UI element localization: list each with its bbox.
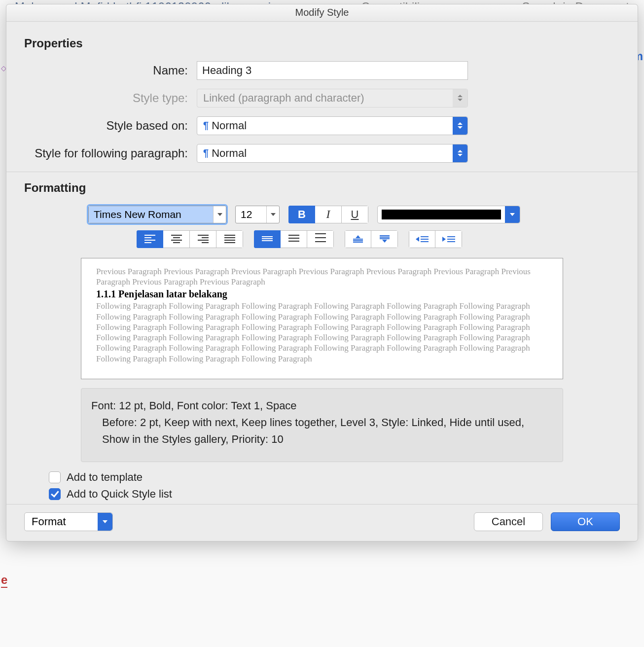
color-swatch: [382, 210, 501, 219]
stepper-icon[interactable]: [453, 117, 467, 135]
following-select[interactable]: ¶ Normal: [197, 144, 468, 163]
preview-prev-text: Previous Paragraph Previous Paragraph Pr…: [96, 266, 548, 288]
font-color-select[interactable]: [377, 206, 520, 223]
chevron-down-icon[interactable]: [98, 513, 112, 531]
align-justify-button[interactable]: [216, 230, 243, 248]
font-family-combo[interactable]: Times New Roman: [88, 206, 226, 223]
underline-button[interactable]: U: [342, 206, 368, 223]
chevron-down-icon[interactable]: [213, 206, 226, 223]
desc-line-2: Before: 2 pt, Keep with next, Keep lines…: [91, 414, 553, 448]
based-on-select[interactable]: ¶ Normal: [197, 116, 468, 135]
biu-group: B I U: [288, 206, 368, 223]
style-type-select: Linked (paragraph and character): [197, 89, 468, 108]
format-button-label: Format: [32, 515, 66, 528]
bold-button[interactable]: B: [288, 206, 315, 223]
font-size-value: 12: [236, 209, 266, 220]
align-left-button[interactable]: [137, 230, 163, 248]
ok-button[interactable]: OK: [551, 512, 620, 531]
preview-next-text: Following Paragraph Following Paragraph …: [96, 301, 548, 364]
based-on-value: Normal: [212, 119, 247, 132]
increase-indent-button[interactable]: [435, 230, 462, 248]
divider: [6, 172, 638, 172]
font-size-combo[interactable]: 12: [235, 206, 280, 223]
space-after-button[interactable]: [371, 230, 398, 248]
label-following: Style for following paragraph:: [24, 146, 197, 160]
bg-cut-e: e: [1, 573, 7, 588]
stepper-icon: [453, 89, 467, 107]
italic-button[interactable]: I: [315, 206, 342, 223]
add-to-template-checkbox[interactable]: [49, 471, 61, 483]
style-description: Font: 12 pt, Bold, Font color: Text 1, S…: [81, 388, 563, 462]
line-spacing-15-button[interactable]: [281, 230, 307, 248]
decrease-indent-button[interactable]: [409, 230, 435, 248]
following-value: Normal: [212, 147, 247, 160]
font-family-value: Times New Roman: [89, 206, 213, 223]
add-to-quick-style-checkbox[interactable]: [49, 488, 61, 500]
preview-sample-text: 1.1.1 Penjelasan latar belakang: [96, 287, 548, 301]
style-preview: Previous Paragraph Previous Paragraph Pr…: [81, 258, 563, 379]
label-style-type: Style type:: [24, 91, 197, 105]
chevron-down-icon[interactable]: [266, 206, 279, 223]
align-right-button[interactable]: [190, 230, 216, 248]
line-spacing-double-button[interactable]: [307, 230, 334, 248]
chevron-down-icon[interactable]: [505, 206, 520, 223]
stepper-icon[interactable]: [453, 144, 467, 162]
align-center-button[interactable]: [163, 230, 190, 248]
pilcrow-icon: ¶: [203, 120, 209, 131]
dialog-title: Modify Style: [6, 4, 638, 22]
add-to-quick-style-label: Add to Quick Style list: [67, 488, 172, 501]
label-name: Name:: [24, 64, 197, 77]
line-spacing-single-button[interactable]: [254, 230, 281, 248]
label-based-on: Style based on:: [24, 119, 197, 133]
modify-style-dialog: Modify Style Properties Name: Style type…: [6, 4, 638, 541]
section-properties: Properties: [24, 36, 620, 50]
format-menu-button[interactable]: Format: [24, 512, 113, 531]
name-input[interactable]: [197, 61, 468, 80]
cancel-button[interactable]: Cancel: [474, 512, 543, 531]
pilcrow-icon: ¶: [203, 147, 209, 159]
desc-line-1: Font: 12 pt, Bold, Font color: Text 1, S…: [91, 399, 297, 412]
space-before-button[interactable]: [345, 230, 371, 248]
add-to-template-label: Add to template: [67, 471, 143, 484]
section-formatting: Formatting: [24, 181, 620, 195]
style-type-value: Linked (paragraph and character): [203, 92, 364, 105]
